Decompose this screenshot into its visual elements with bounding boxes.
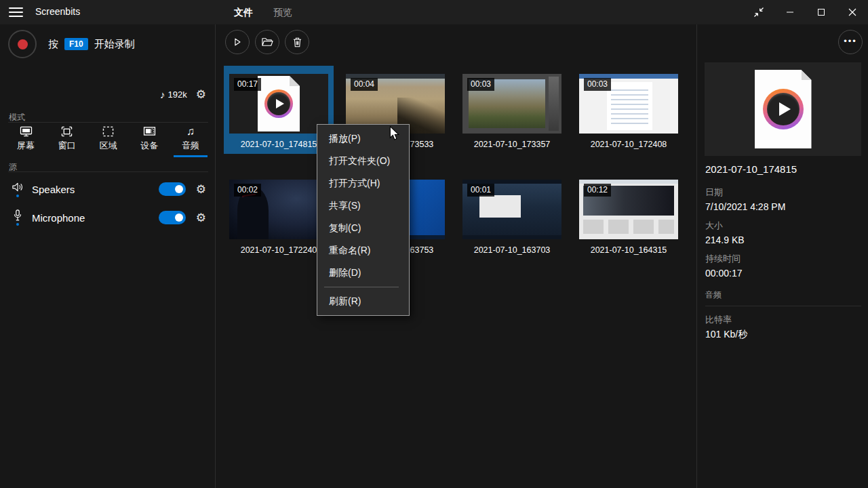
duration-badge: 00:04 [351,78,378,91]
mode-item-音频[interactable]: ♫音频 [172,125,210,157]
library-area: 00:172021-07-10_17481500:042021-07-10_17… [216,24,696,488]
menubar: 文件预览 [224,0,302,24]
audio-section: 音频 [705,289,861,306]
detail-value: 00:00:17 [705,268,861,279]
audio-settings-gear-icon[interactable]: ⚙ [196,89,206,100]
page-fold-icon [802,70,812,80]
video-file-icon [258,76,300,131]
source-section-divider [8,171,208,172]
trash-icon [293,37,302,47]
compact-overlay-icon [753,7,764,18]
audio-bitrate-row: ♪ 192k ⚙ [160,89,206,100]
context-menu-item[interactable]: 打开文件夹(O) [317,150,409,172]
minimize-button[interactable] [774,0,806,24]
more-options-button[interactable]: ••• [838,30,863,54]
play-icon [233,37,242,47]
source-toggle[interactable] [159,211,186,224]
mode-item-label: 设备 [140,140,158,152]
video-tile[interactable]: 00:122021-07-10_164315 [574,171,684,260]
duration-badge: 00:02 [234,184,261,197]
context-menu: 播放(P)打开文件夹(O)打开方式(H)共享(S)复制(C)重命名(R)删除(D… [317,124,410,316]
audio-section-divider [705,306,861,306]
open-folder-button[interactable] [255,30,279,54]
maximize-icon [817,8,825,16]
delete-button[interactable] [285,30,309,54]
detail-field: 日期7/10/2021 4:28 PM [705,186,861,212]
video-thumbnail[interactable]: 00:03 [579,74,678,134]
record-hint: 按 F10 开始录制 [48,38,135,51]
details-fields: 日期7/10/2021 4:28 PM大小214.9 KB持续时间00:00:1… [705,179,861,341]
record-button[interactable] [8,30,37,58]
record-hint-suffix: 开始录制 [94,38,135,51]
details-filename: 2021-07-10_174815 [705,163,797,175]
maximize-button[interactable] [806,0,837,24]
hotkey-badge: F10 [64,38,88,50]
record-icon [18,39,28,49]
detail-label: 比特率 [705,314,861,326]
mode-item-label: 区域 [100,140,117,152]
video-thumbnail[interactable]: 00:12 [579,180,678,239]
video-tile[interactable]: 00:032021-07-10_173357 [457,66,567,154]
mode-row: 屏幕窗口区域设备♫音频 [7,125,210,157]
video-thumbnail[interactable]: 00:03 [462,74,561,134]
detail-label: 大小 [705,220,861,232]
context-menu-item[interactable]: 刷新(R) [317,290,409,312]
audio-icon: ♫ [186,125,195,137]
duration-badge: 00:17 [234,78,261,91]
mode-item-设备[interactable]: 设备 [130,125,168,157]
video-tile[interactable]: 00:012021-07-10_163703 [457,171,567,260]
detail-value: 7/10/2021 4:28 PM [705,201,861,212]
source-settings-gear-icon[interactable]: ⚙ [196,184,206,195]
video-thumbnail[interactable]: 00:02 [229,180,328,239]
hamburger-menu-button[interactable] [9,6,23,18]
video-thumbnail[interactable]: 00:01 [462,180,561,239]
context-menu-item[interactable]: 删除(D) [317,262,409,284]
library-toolbar [225,30,309,54]
device-icon [143,125,156,137]
play-button[interactable] [225,30,250,54]
close-icon [848,8,856,16]
source-toggle[interactable] [159,182,186,196]
selected-video-preview [705,62,861,156]
mouse-cursor [389,126,399,144]
window-icon [61,125,73,137]
duration-badge: 00:03 [584,78,611,91]
app-title: Screenbits [35,6,80,17]
duration-badge: 00:12 [584,184,611,197]
mode-item-label: 音频 [182,140,199,152]
mode-item-区域[interactable]: 区域 [90,125,127,157]
video-file-icon [755,70,812,148]
source-row-microphone: Microphone⚙ [0,203,215,232]
context-menu-item[interactable]: 复制(C) [317,217,409,239]
compact-overlay-button[interactable] [743,0,774,24]
menu-文件[interactable]: 文件 [224,0,263,24]
video-thumbnail[interactable]: 00:17 [229,74,328,134]
audio-level-dot [16,195,19,197]
record-row: 按 F10 开始录制 [8,30,135,58]
source-row-speakers: Speakers⚙ [0,175,215,203]
menu-预览[interactable]: 预览 [263,0,302,24]
details-panel: ••• 2021-07-10_174815 日期7/10/2021 4:28 P… [696,24,868,488]
detail-value: 101 Kb/秒 [705,329,861,341]
ellipsis-icon: ••• [844,37,857,45]
context-menu-item[interactable]: 重命名(R) [317,239,409,262]
context-menu-item[interactable]: 共享(S) [317,195,409,217]
detail-label: 日期 [705,186,861,199]
screenbits-window: Screenbits 文件预览 按 [0,0,868,488]
play-ring-icon [763,89,804,129]
mode-item-窗口[interactable]: 窗口 [48,125,86,157]
source-settings-gear-icon[interactable]: ⚙ [196,212,206,224]
video-filename: 2021-07-10_164315 [574,245,684,255]
video-filename: 2021-07-10_172408 [574,140,684,149]
mode-item-屏幕[interactable]: 屏幕 [7,125,45,157]
audio-bitrate-value: 192k [168,89,187,100]
close-button[interactable] [837,0,868,24]
minimize-icon [786,8,794,16]
titlebar: Screenbits 文件预览 [0,0,868,24]
source-label: Speakers [32,184,159,195]
context-menu-item[interactable]: 打开方式(H) [317,172,409,195]
video-filename: 2021-07-10_173357 [457,140,567,149]
video-tile[interactable]: 00:032021-07-10_172408 [574,66,684,154]
detail-value: 214.9 KB [705,235,861,245]
detail-field: 持续时间00:00:17 [705,253,861,279]
